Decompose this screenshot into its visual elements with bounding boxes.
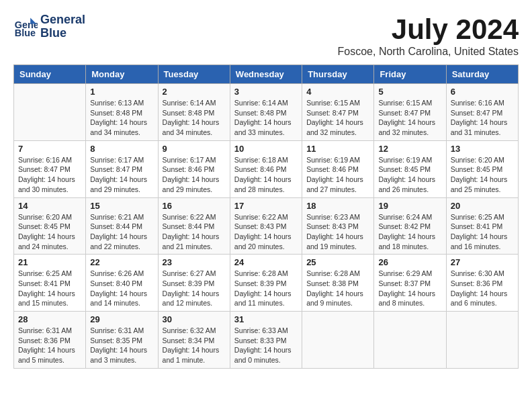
calendar-cell: 19Sunrise: 6:24 AMSunset: 8:42 PMDayligh… [374,197,446,255]
calendar-cell: 17Sunrise: 6:22 AMSunset: 8:43 PMDayligh… [230,197,302,255]
day-number: 5 [378,87,441,97]
day-info: Sunrise: 6:16 AMSunset: 8:47 PMDaylight:… [451,98,514,138]
day-info: Sunrise: 6:27 AMSunset: 8:39 PMDaylight:… [163,269,226,308]
calendar-cell: 3Sunrise: 6:14 AMSunset: 8:48 PMDaylight… [230,84,302,141]
day-info: Sunrise: 6:25 AMSunset: 8:41 PMDaylight:… [18,269,81,308]
calendar-cell: 10Sunrise: 6:18 AMSunset: 8:46 PMDayligh… [230,140,302,197]
day-number: 1 [90,87,153,97]
day-number: 17 [234,201,298,211]
calendar-cell: 7Sunrise: 6:16 AMSunset: 8:47 PMDaylight… [14,140,86,197]
calendar-cell: 6Sunrise: 6:16 AMSunset: 8:47 PMDaylight… [446,84,518,141]
calendar-cell: 14Sunrise: 6:20 AMSunset: 8:45 PMDayligh… [14,197,86,255]
day-number: 28 [18,314,81,324]
day-info: Sunrise: 6:25 AMSunset: 8:41 PMDaylight:… [451,212,514,252]
calendar-cell: 31Sunrise: 6:33 AMSunset: 8:33 PMDayligh… [230,312,302,369]
day-number: 21 [18,257,81,267]
page-header: General Blue General Blue July 2024 Fosc… [13,13,519,58]
calendar-cell: 13Sunrise: 6:20 AMSunset: 8:45 PMDayligh… [446,140,518,197]
calendar-cell: 26Sunrise: 6:29 AMSunset: 8:37 PMDayligh… [374,255,446,312]
title-block: July 2024 Foscoe, North Carolina, United… [338,13,519,58]
day-number: 22 [90,257,153,267]
calendar-cell: 25Sunrise: 6:28 AMSunset: 8:38 PMDayligh… [302,255,374,312]
day-info: Sunrise: 6:32 AMSunset: 8:34 PMDaylight:… [163,326,226,365]
logo-line2: Blue [40,27,85,40]
logo: General Blue General Blue [13,13,85,40]
day-info: Sunrise: 6:16 AMSunset: 8:47 PMDaylight:… [18,155,81,195]
day-number: 18 [306,201,369,211]
calendar-week-1: 1Sunrise: 6:13 AMSunset: 8:48 PMDaylight… [14,84,519,141]
day-info: Sunrise: 6:20 AMSunset: 8:45 PMDaylight:… [451,155,514,195]
weekday-header-monday: Monday [86,65,158,84]
calendar-cell: 9Sunrise: 6:17 AMSunset: 8:46 PMDaylight… [158,140,230,197]
day-info: Sunrise: 6:13 AMSunset: 8:48 PMDaylight:… [90,98,153,138]
day-info: Sunrise: 6:26 AMSunset: 8:40 PMDaylight:… [90,269,153,308]
calendar-cell: 8Sunrise: 6:17 AMSunset: 8:47 PMDaylight… [86,140,158,197]
calendar-cell: 2Sunrise: 6:14 AMSunset: 8:48 PMDaylight… [158,84,230,141]
day-number: 16 [163,201,226,211]
day-number: 3 [234,87,298,97]
calendar-cell: 15Sunrise: 6:21 AMSunset: 8:44 PMDayligh… [86,197,158,255]
calendar-cell: 27Sunrise: 6:30 AMSunset: 8:36 PMDayligh… [446,255,518,312]
month-title: July 2024 [338,13,519,46]
day-info: Sunrise: 6:22 AMSunset: 8:43 PMDaylight:… [234,212,298,252]
day-info: Sunrise: 6:23 AMSunset: 8:43 PMDaylight:… [306,212,369,252]
day-number: 20 [451,201,514,211]
day-number: 15 [90,201,153,211]
calendar-cell: 21Sunrise: 6:25 AMSunset: 8:41 PMDayligh… [14,255,86,312]
day-number: 6 [451,87,514,97]
calendar-week-3: 14Sunrise: 6:20 AMSunset: 8:45 PMDayligh… [14,197,519,255]
day-number: 27 [451,257,514,267]
calendar-week-5: 28Sunrise: 6:31 AMSunset: 8:36 PMDayligh… [14,312,519,369]
svg-text:Blue: Blue [15,28,36,38]
day-info: Sunrise: 6:24 AMSunset: 8:42 PMDaylight:… [378,212,441,252]
calendar-cell: 18Sunrise: 6:23 AMSunset: 8:43 PMDayligh… [302,197,374,255]
day-info: Sunrise: 6:29 AMSunset: 8:37 PMDaylight:… [378,269,441,308]
day-info: Sunrise: 6:17 AMSunset: 8:47 PMDaylight:… [90,155,153,195]
weekday-header-thursday: Thursday [302,65,374,84]
day-number: 7 [18,144,81,154]
day-info: Sunrise: 6:20 AMSunset: 8:45 PMDaylight:… [18,212,81,252]
day-number: 19 [378,201,441,211]
day-info: Sunrise: 6:30 AMSunset: 8:36 PMDaylight:… [451,269,514,308]
calendar-cell: 23Sunrise: 6:27 AMSunset: 8:39 PMDayligh… [158,255,230,312]
day-number: 26 [378,257,441,267]
day-info: Sunrise: 6:31 AMSunset: 8:35 PMDaylight:… [90,326,153,365]
calendar-cell [14,84,86,141]
day-number: 11 [306,144,369,154]
location-subtitle: Foscoe, North Carolina, United States [338,46,519,58]
calendar-table: SundayMondayTuesdayWednesdayThursdayFrid… [13,64,519,369]
calendar-cell: 1Sunrise: 6:13 AMSunset: 8:48 PMDaylight… [86,84,158,141]
calendar-cell: 22Sunrise: 6:26 AMSunset: 8:40 PMDayligh… [86,255,158,312]
logo-icon: General Blue [13,15,38,39]
day-number: 9 [163,144,226,154]
day-info: Sunrise: 6:28 AMSunset: 8:38 PMDaylight:… [306,269,369,308]
day-number: 13 [451,144,514,154]
logo-line1: General [40,13,85,27]
day-number: 23 [163,257,226,267]
weekday-header-saturday: Saturday [446,65,518,84]
weekday-header-wednesday: Wednesday [230,65,302,84]
day-number: 12 [378,144,441,154]
day-info: Sunrise: 6:14 AMSunset: 8:48 PMDaylight:… [234,98,298,138]
calendar-cell [302,312,374,369]
day-number: 4 [306,87,369,97]
day-number: 14 [18,201,81,211]
day-number: 24 [234,257,298,267]
calendar-cell: 20Sunrise: 6:25 AMSunset: 8:41 PMDayligh… [446,197,518,255]
logo-text: General Blue [40,13,85,40]
day-info: Sunrise: 6:31 AMSunset: 8:36 PMDaylight:… [18,326,81,365]
day-info: Sunrise: 6:14 AMSunset: 8:48 PMDaylight:… [163,98,226,138]
calendar-cell: 11Sunrise: 6:19 AMSunset: 8:46 PMDayligh… [302,140,374,197]
day-number: 30 [163,314,226,324]
calendar-week-2: 7Sunrise: 6:16 AMSunset: 8:47 PMDaylight… [14,140,519,197]
calendar-cell: 30Sunrise: 6:32 AMSunset: 8:34 PMDayligh… [158,312,230,369]
weekday-header-sunday: Sunday [14,65,86,84]
calendar-cell: 4Sunrise: 6:15 AMSunset: 8:47 PMDaylight… [302,84,374,141]
day-info: Sunrise: 6:33 AMSunset: 8:33 PMDaylight:… [234,326,298,365]
day-info: Sunrise: 6:17 AMSunset: 8:46 PMDaylight:… [163,155,226,195]
day-number: 10 [234,144,298,154]
calendar-cell [446,312,518,369]
day-info: Sunrise: 6:28 AMSunset: 8:39 PMDaylight:… [234,269,298,308]
day-number: 31 [234,314,298,324]
calendar-header-row: SundayMondayTuesdayWednesdayThursdayFrid… [14,65,519,84]
